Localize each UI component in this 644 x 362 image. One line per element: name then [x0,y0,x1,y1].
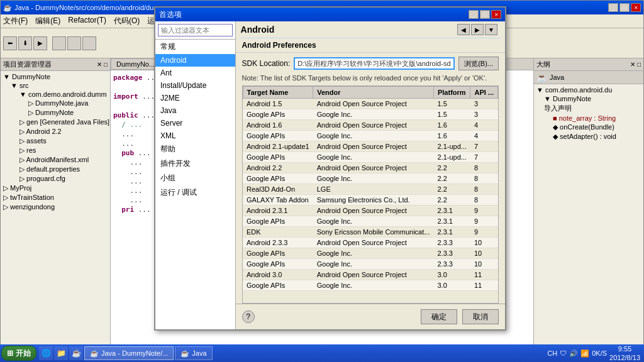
start-button[interactable]: ⊞ 开始 [1,346,36,361]
toolbar-btn-5[interactable] [67,36,81,50]
table-row[interactable]: Android 1.6 Android Open Source Project … [243,120,497,131]
outline-item-imports[interactable]: 导入声明 [535,103,642,114]
prefs-search-input[interactable] [158,24,233,36]
table-row[interactable]: Google APIs Google Inc. 2.3.3 10 [243,259,497,270]
cell-vendor: Android Open Source Project [313,120,434,131]
table-row[interactable]: Google APIs Google Inc. 3.0 11 [243,291,497,294]
table-row[interactable]: EDK Sony Ericsson Mobile Communicat... 2… [243,227,497,238]
nav-general[interactable]: 常规 [155,40,235,54]
table-row[interactable]: Android 1.5 Android Open Source Project … [243,99,497,109]
table-row[interactable]: Google APIs Google Inc. 1.6 4 [243,131,497,141]
outline-item-oncreate[interactable]: ◆ onCreate(Bundle) [535,123,642,132]
nav-arrows: ◀ ▶ ▼ [457,24,500,35]
table-row[interactable]: Google APIs Google Inc. 2.2 8 [243,173,497,184]
toolbar-btn-6[interactable] [82,36,96,50]
cell-platform: 2.3.1 [433,227,470,238]
minimize-btn[interactable]: _ [608,3,618,12]
cell-target: Android 2.2 [243,163,313,173]
sdk-browse-btn[interactable]: 浏览(B)... [458,57,499,70]
table-row[interactable]: GALAXY Tab Addon Samsung Electronics Co.… [243,195,497,206]
nav-xml[interactable]: XML [155,129,235,142]
cell-platform: 2.2 [433,184,470,195]
outline-item-notearray[interactable]: ■ note_array : String [535,114,642,123]
cell-platform: 2.3.3 [433,238,470,248]
table-row[interactable]: Google APIs Google Inc. 2.1-upd... 7 [243,152,497,163]
prefs-maximize-btn[interactable]: □ [480,10,490,19]
tree-item-wenzigundong[interactable]: ▷ wenzigundong [2,202,109,212]
tree-item-myproj[interactable]: ▷ MyProj [2,184,109,193]
cell-vendor: Google Inc. [313,280,434,291]
quicklaunch-ie[interactable]: 🌐 [39,346,53,360]
maximize-btn[interactable]: □ [619,3,630,12]
left-panel: 项目资源管理器 ✕ □ ▼ DummyNote ▼ src ▼ com.demo… [1,58,111,358]
nav-java[interactable]: Java [155,104,235,117]
tree-item-package[interactable]: ▼ com.demo.android.dumm [2,90,109,99]
quicklaunch-folder[interactable]: 📁 [54,346,68,360]
menu-refactor[interactable]: Refactor(T) [68,16,106,26]
tree-item-manifest[interactable]: ▷ AndroidManifest.xml [2,155,109,165]
table-row[interactable]: Google APIs Google Inc. 3.0 11 [243,280,497,291]
tree-item-twtrainstation[interactable]: ▷ twTrainStation [2,193,109,202]
table-row[interactable]: Android 2.2 Android Open Source Project … [243,163,497,173]
taskbar: ⊞ 开始 🌐 📁 ☕ ☕ Java - DummyNote/... ☕ Java… [0,344,644,362]
nav-prev-btn[interactable]: ◀ [457,24,470,35]
prefs-close-btn[interactable]: ✕ [491,10,501,19]
col-api: API ... [470,87,498,99]
table-row[interactable]: Real3D Add-On LGE 2.2 8 [243,184,497,195]
cell-api: 8 [470,163,498,173]
sdk-table-scroll[interactable]: Target Name Vendor Platform API ... Andr… [243,86,498,293]
close-btn[interactable]: ✕ [631,3,641,12]
tree-item-dummynote-java[interactable]: ▷ DummyNote.java [2,99,109,108]
table-row[interactable]: Google APIs Google Inc. 2.3.1 9 [243,216,497,227]
menu-edit[interactable]: 编辑(E) [35,16,60,26]
nav-android[interactable]: Android [155,54,235,67]
tree-item-default-props[interactable]: ▷ default.properties [2,165,109,174]
nav-j2me[interactable]: J2ME [155,92,235,104]
tree-item-assets[interactable]: ▷ assets [2,136,109,146]
menu-code[interactable]: 代码(O) [114,16,140,26]
nav-team[interactable]: 小组 [155,171,235,185]
tree-item-src[interactable]: ▼ src [2,81,109,90]
table-row[interactable]: Android 3.0 Android Open Source Project … [243,270,497,280]
sdk-location-input[interactable] [294,57,455,70]
table-row[interactable]: Android 2.3.3 Android Open Source Projec… [243,238,497,248]
toolbar-btn-1[interactable]: ⬅ [3,36,17,50]
tree-item-dummynote-class[interactable]: ▷ DummyNote [2,108,109,118]
outline-item-package[interactable]: ▼ com.demo.android.du [535,85,642,94]
nav-server[interactable]: Server [155,117,235,129]
nav-ant[interactable]: Ant [155,67,235,79]
nav-install-update[interactable]: Install/Update [155,79,235,92]
outline-item-setadapter[interactable]: ◆ setAdapter() : void [535,132,642,141]
nav-run-debug[interactable]: 运行 / 调试 [155,185,235,200]
table-row[interactable]: Android 2.1-update1 Android Open Source … [243,141,497,152]
ok-btn[interactable]: 确定 [421,309,457,324]
tree-item-dummynote[interactable]: ▼ DummyNote [2,72,109,81]
table-row[interactable]: Google APIs Google Inc. 2.3.3 10 [243,248,497,259]
tray-clock[interactable]: 9:55 2012/8/13 [609,344,640,362]
quicklaunch-eclipse[interactable]: ☕ [69,346,83,360]
nav-plugin-dev[interactable]: 插件开发 [155,156,235,171]
outline-item-dummynote[interactable]: ▼ DummyNote [535,94,642,103]
right-panel-controls: ✕ □ [630,61,641,68]
cancel-btn[interactable]: 取消 [462,309,499,324]
taskbar-item-ide[interactable]: ☕ Java - DummyNote/... [84,346,174,360]
nav-dropdown-btn[interactable]: ▼ [485,24,497,35]
table-row[interactable]: Google APIs Google Inc. 1.5 3 [243,109,497,120]
nav-help[interactable]: 帮助 [155,142,235,156]
nav-next-btn[interactable]: ▶ [471,24,484,35]
tree-item-gen[interactable]: ▷ gen [Generated Java Files] [2,118,109,127]
menu-file[interactable]: 文件(F) [3,16,28,26]
taskbar-item-ide-label: Java - DummyNote/... [101,349,168,357]
toolbar-btn-4[interactable] [52,36,66,50]
taskbar-item-java[interactable]: ☕ Java [175,346,212,360]
tree-item-proguard[interactable]: ▷ proguard.cfg [2,174,109,184]
tree-item-android22[interactable]: ▷ Android 2.2 [2,127,109,136]
tree-item-res[interactable]: ▷ res [2,146,109,155]
toolbar-btn-3[interactable]: ▶ [33,36,47,50]
prefs-minimize-btn[interactable]: _ [469,10,479,19]
table-row[interactable]: Android 2.3.1 Android Open Source Projec… [243,206,497,216]
editor-tab-dummynote[interactable]: DummyNo... [111,58,160,70]
help-icon[interactable]: ? [242,310,255,323]
cell-platform: 2.2 [433,173,470,184]
toolbar-btn-2[interactable]: ⬇ [18,36,32,50]
